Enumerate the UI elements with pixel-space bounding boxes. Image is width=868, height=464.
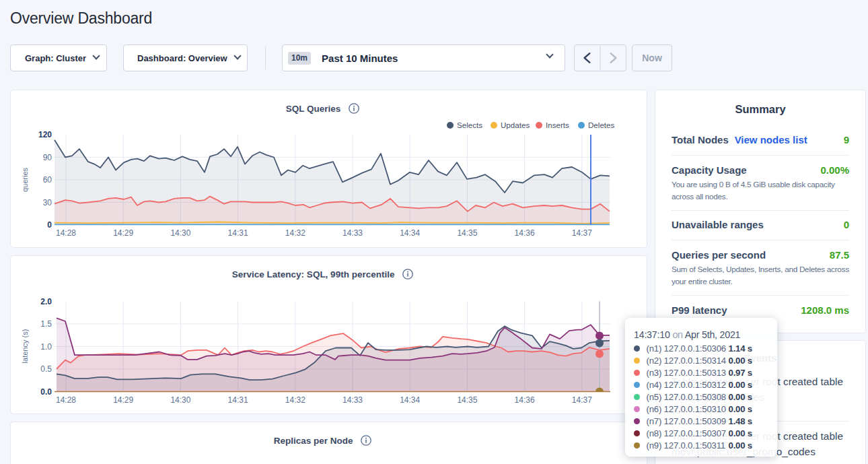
svg-text:90: 90: [43, 153, 52, 162]
svg-text:0: 0: [47, 220, 52, 230]
svg-text:14:32: 14:32: [285, 395, 305, 405]
svg-text:14:31: 14:31: [228, 395, 248, 405]
svg-text:14:35: 14:35: [457, 228, 477, 238]
svg-text:14:36: 14:36: [515, 395, 535, 405]
svg-text:latency (s): latency (s): [21, 329, 29, 364]
svg-text:0.0: 0.0: [40, 387, 52, 397]
svg-text:14:30: 14:30: [170, 395, 190, 405]
svg-text:60: 60: [43, 175, 52, 185]
svg-text:14:28: 14:28: [56, 228, 76, 238]
svg-text:14:37: 14:37: [572, 395, 592, 405]
svg-text:14:34: 14:34: [400, 395, 420, 405]
svg-text:14:37: 14:37: [572, 228, 592, 238]
svg-text:14:35: 14:35: [457, 395, 477, 405]
svg-text:0.5: 0.5: [40, 364, 52, 374]
svg-text:14:34: 14:34: [400, 228, 420, 238]
svg-text:14:30: 14:30: [170, 228, 190, 238]
svg-text:14:33: 14:33: [342, 228, 363, 238]
svg-text:1.0: 1.0: [40, 342, 52, 352]
svg-text:14:28: 14:28: [56, 395, 76, 405]
svg-text:14:32: 14:32: [285, 228, 305, 238]
svg-text:2.0: 2.0: [40, 297, 52, 306]
svg-text:14:36: 14:36: [515, 228, 535, 238]
svg-text:30: 30: [43, 198, 52, 207]
svg-text:1.5: 1.5: [40, 319, 52, 329]
svg-text:120: 120: [38, 130, 52, 139]
svg-text:14:33: 14:33: [342, 395, 363, 405]
svg-text:queries: queries: [21, 167, 29, 192]
svg-text:14:29: 14:29: [113, 228, 133, 238]
svg-text:14:31: 14:31: [228, 228, 248, 238]
svg-text:14:29: 14:29: [113, 395, 133, 405]
